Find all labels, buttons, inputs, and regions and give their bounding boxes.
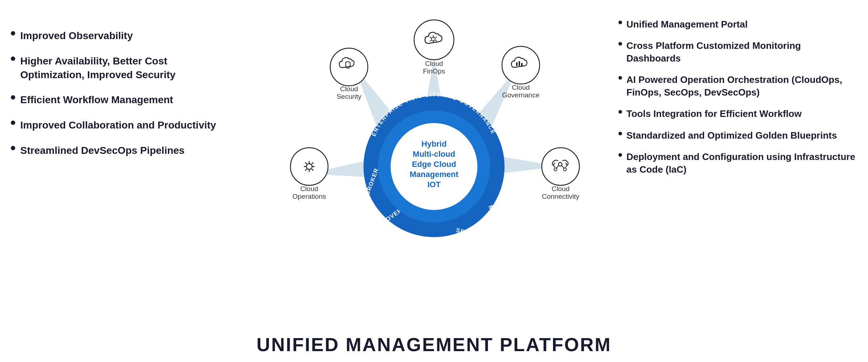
list-item: Improved Observability xyxy=(11,29,221,43)
svg-rect-31 xyxy=(521,63,523,66)
center-diagram: ENTERPRISE VISIBILITY AND GOVERNANCE BRO… xyxy=(271,11,597,322)
svg-rect-30 xyxy=(519,61,520,66)
bullet-text: Tools Integration for Efficient Workflow xyxy=(626,108,801,120)
bullet-text: AI Powered Operation Orchestration (Clou… xyxy=(626,73,857,99)
svg-text:Operations: Operations xyxy=(293,193,326,200)
bullet-text: Improved Observability xyxy=(20,29,133,43)
svg-text:Cloud: Cloud xyxy=(512,84,530,91)
list-item: Higher Availability, Better Cost Optimiz… xyxy=(11,54,221,82)
list-item: Tools Integration for Efficient Workflow xyxy=(618,108,857,120)
svg-text:SECURE: SECURE xyxy=(455,227,484,240)
svg-text:Hybrid: Hybrid xyxy=(421,139,447,148)
bullet-text: Unified Management Portal xyxy=(626,18,748,31)
left-panel: Improved Observability Higher Availabili… xyxy=(11,29,221,169)
svg-text:Security: Security xyxy=(337,93,362,100)
bullet-dot xyxy=(618,153,622,157)
bullet-dot xyxy=(618,21,622,24)
page-title: UNIFIED MANAGEMENT PLATFORM xyxy=(256,334,611,355)
svg-text:Cloud: Cloud xyxy=(552,185,570,193)
bullet-dot xyxy=(11,121,15,125)
svg-text:Edge Cloud: Edge Cloud xyxy=(412,160,456,169)
bullet-dot xyxy=(618,76,622,80)
svg-point-18 xyxy=(414,20,454,60)
svg-text:Multi-cloud: Multi-cloud xyxy=(413,150,455,159)
svg-text:Connectivity: Connectivity xyxy=(542,193,579,200)
svg-text:Cloud: Cloud xyxy=(425,60,443,67)
list-item: AI Powered Operation Orchestration (Clou… xyxy=(618,73,857,99)
svg-point-28 xyxy=(502,46,540,84)
list-item: Cross Platform Customized Monitoring Das… xyxy=(618,39,857,65)
list-item: Unified Management Portal xyxy=(618,18,857,31)
list-item: Standardized and Optimized Golden Bluepr… xyxy=(618,129,857,142)
bullet-text: Efficient Workflow Management xyxy=(20,93,173,107)
bullet-dot xyxy=(11,95,15,100)
bullet-text: Deployment and Configuration using Infra… xyxy=(626,151,857,176)
right-panel: Unified Management Portal Cross Platform… xyxy=(618,18,857,185)
bullet-dot xyxy=(618,42,622,46)
svg-text:IOT: IOT xyxy=(427,180,441,189)
bullet-text: Streamlined DevSecOps Pipelines xyxy=(20,144,184,157)
list-item: Streamlined DevSecOps Pipelines xyxy=(11,144,221,157)
svg-text:Cloud: Cloud xyxy=(300,185,318,193)
svg-text:MANAGE: MANAGE xyxy=(487,204,505,233)
bullet-text: Improved Collaboration and Productivity xyxy=(20,118,216,132)
svg-text:Management: Management xyxy=(410,170,459,179)
list-item: Improved Collaboration and Productivity xyxy=(11,118,221,132)
bullet-dot xyxy=(11,31,15,35)
bullet-dot xyxy=(618,132,622,135)
list-item: Efficient Workflow Management xyxy=(11,93,221,107)
svg-rect-29 xyxy=(516,62,518,66)
svg-text:FinOps: FinOps xyxy=(423,67,445,75)
bullet-text: Cross Platform Customized Monitoring Das… xyxy=(626,39,857,65)
svg-point-42 xyxy=(290,148,328,185)
svg-text:Cloud: Cloud xyxy=(340,85,358,93)
bullet-text: Standardized and Optimized Golden Bluepr… xyxy=(626,129,837,142)
bullet-dot xyxy=(11,56,15,61)
svg-text:Governance: Governance xyxy=(502,91,540,99)
bullet-dot xyxy=(618,110,622,114)
list-item: Deployment and Configuration using Infra… xyxy=(618,151,857,176)
bullet-dot xyxy=(11,146,15,150)
bullet-text: Higher Availability, Better Cost Optimiz… xyxy=(20,54,221,82)
